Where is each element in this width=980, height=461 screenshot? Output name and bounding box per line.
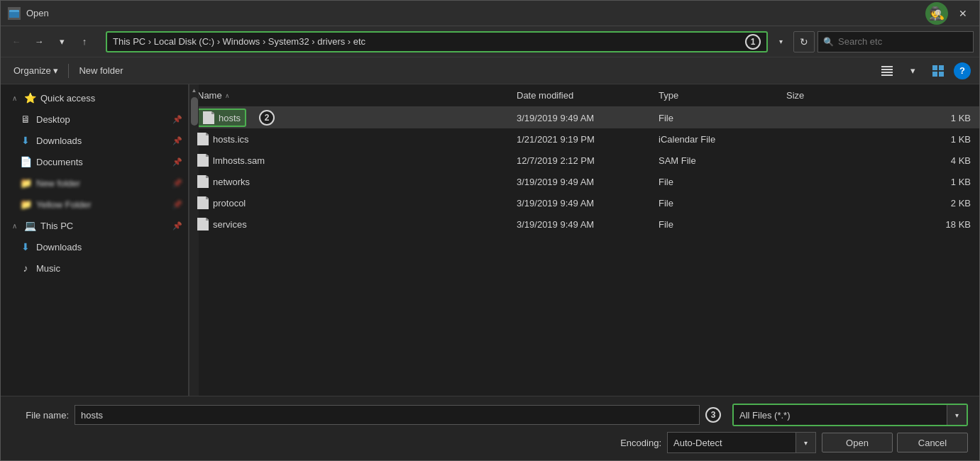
file-area: Name ∧ Date modified Type Size [189,84,979,396]
selected-name-box: hosts [197,109,246,127]
scroll-thumb[interactable] [191,97,198,126]
cancel-button[interactable]: Cancel [897,433,968,452]
breadcrumb-bar[interactable]: This PC › Local Disk (C:) › Windows › Sy… [106,31,768,52]
filetype-select[interactable]: All Files (*.*) Text Files (*.txt) [734,405,947,425]
sidebar-item-downloads-quick[interactable]: ⬇ Downloads 📌 [1,130,188,151]
sidebar-item-this-pc[interactable]: ∧ 💻 This PC 📌 [1,215,188,236]
svg-rect-1 [9,11,19,18]
hosts-file-icon [203,111,214,124]
sidebar-item-documents[interactable]: 📄 Documents 📌 [1,151,188,172]
breadcrumb-dropdown-button[interactable]: ▾ [771,32,791,52]
help-button[interactable]: ? [954,62,971,79]
svg-rect-2 [881,66,893,67]
this-pc-icon: 💻 [23,219,36,232]
file-row-name-services: services [197,218,517,230]
protocol-size: 2 KB [786,198,971,209]
this-pc-pin-icon: 📌 [172,221,182,230]
sidebar-item-desktop[interactable]: 🖥 Desktop 📌 [1,109,188,130]
svg-rect-9 [939,72,944,77]
col-header-date[interactable]: Date modified [517,90,659,101]
sidebar-label-music: Music [36,263,182,274]
file-list: hosts 2 3/19/2019 9:49 AM File 1 KB host… [189,107,979,396]
services-size: 18 KB [786,219,971,230]
documents-icon: 📄 [19,155,32,168]
action-buttons: Open Cancel [822,433,968,452]
encoding-dropdown-arrow[interactable]: ▾ [795,433,815,452]
icons-view-button[interactable] [928,61,948,81]
filename-badge: 3 [705,407,721,423]
organize-button[interactable]: Organize ▾ [9,62,62,79]
sidebar-scrollbar[interactable]: ▲ [189,84,199,396]
recent-button[interactable]: ▾ [52,32,72,52]
refresh-button[interactable]: ↻ [793,31,815,52]
table-row[interactable]: hosts 2 3/19/2019 9:49 AM File 1 KB [189,107,979,128]
close-button[interactable]: ✕ [954,4,972,23]
dialog-icon [8,7,21,20]
open-button[interactable]: Open [822,433,893,452]
sidebar-item-music[interactable]: ♪ Music [1,257,188,279]
sidebar-label-documents: Documents [36,157,168,167]
table-row[interactable]: hosts.ics 1/21/2021 9:19 PM iCalendar Fi… [189,128,979,150]
sidebar-item-new-folder[interactable]: 📁 New folder 📌 [1,172,188,194]
services-filename: services [213,219,247,230]
music-icon: ♪ [19,262,32,274]
sidebar-label-new-folder: New folder [36,178,168,189]
column-headers: Name ∧ Date modified Type Size [189,84,979,107]
sidebar-label-this-pc: This PC [40,221,168,231]
file-row-name-networks: networks [197,175,517,188]
list-view-button[interactable] [877,61,897,81]
hosts-ics-icon [197,133,209,145]
desktop-pin-icon: 📌 [172,115,182,124]
up-button[interactable]: ↑ [75,32,94,52]
table-row[interactable]: protocol 3/19/2019 9:49 AM File 2 KB [189,192,979,213]
col-header-name[interactable]: Name ∧ [197,90,517,101]
lmhosts-filename: lmhosts.sam [213,155,265,166]
file-row-name-lmhosts: lmhosts.sam [197,154,517,167]
hosts-filename: hosts [219,113,241,123]
downloads-pc-icon: ⬇ [19,240,32,253]
main-area: ∧ ⭐ Quick access 🖥 Desktop 📌 ⬇ Downloads… [1,84,979,396]
hosts-date: 3/19/2019 9:49 AM [517,113,659,123]
documents-pin-icon: 📌 [172,157,182,167]
expand-arrow-this-pc: ∧ [9,221,19,230]
toolbar-separator [68,64,69,78]
desktop-icon: 🖥 [19,113,32,126]
sort-arrow-name: ∧ [225,92,230,99]
sidebar-item-quick-access[interactable]: ∧ ⭐ Quick access [1,87,188,109]
svg-rect-8 [932,72,937,77]
open-dialog: Open 🕵️ ✕ ← → ▾ ↑ This PC › Local Disk (… [0,0,980,461]
services-type: File [659,219,786,230]
filename-row: File name: 3 All Files (*.*) Text Files … [12,404,968,426]
new-folder-pin-icon: 📌 [172,179,182,188]
sidebar-label-desktop: Desktop [36,114,168,125]
new-folder-button[interactable]: New folder [75,62,127,79]
col-header-size[interactable]: Size [786,90,971,101]
networks-date: 3/19/2019 9:49 AM [517,177,659,187]
svg-rect-4 [881,72,893,73]
svg-rect-3 [881,69,893,70]
scroll-up-arrow[interactable]: ▲ [189,84,199,96]
table-row[interactable]: services 3/19/2019 9:49 AM File 18 KB [189,213,979,235]
table-row[interactable]: networks 3/19/2019 9:49 AM File 1 KB [189,171,979,192]
filename-input[interactable] [75,405,700,425]
search-input[interactable] [817,31,974,52]
view-dropdown-button[interactable]: ▾ [903,61,923,81]
back-button[interactable]: ← [6,32,26,52]
lmhosts-type: SAM File [659,155,786,166]
sidebar-label-downloads-pc: Downloads [36,242,182,252]
table-row[interactable]: lmhosts.sam 12/7/2019 2:12 PM SAM File 4… [189,150,979,171]
services-date: 3/19/2019 9:49 AM [517,219,659,230]
services-icon [197,218,209,230]
sidebar-item-yellow-folder[interactable]: 📁 Yellow Folder 📌 [1,194,188,215]
svg-rect-5 [881,74,893,76]
window-controls: ✕ [954,4,972,23]
encoding-select[interactable]: Auto-Detect UTF-8 UTF-16 ANSI [668,433,795,452]
sidebar-label-downloads-quick: Downloads [36,135,168,146]
col-header-type[interactable]: Type [659,90,786,101]
networks-size: 1 KB [786,177,971,187]
forward-button[interactable]: → [29,32,49,52]
breadcrumb-path: This PC › Local Disk (C:) › Windows › Sy… [113,36,739,47]
sidebar-item-downloads-pc[interactable]: ⬇ Downloads [1,236,188,257]
filetype-dropdown-arrow[interactable]: ▾ [947,405,967,425]
hosts-size: 1 KB [786,113,971,123]
